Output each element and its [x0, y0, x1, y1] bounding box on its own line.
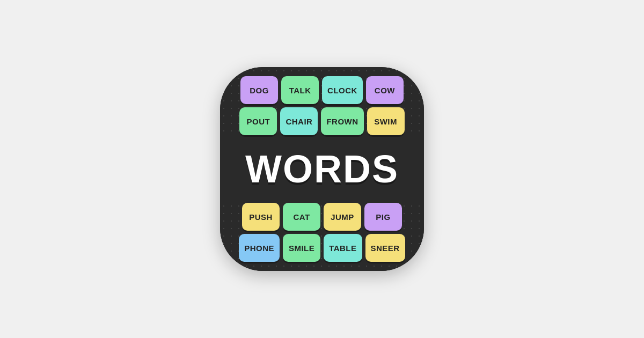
grid-row-1: DOG TALK CLOCK COW — [240, 76, 404, 104]
tile-chair[interactable]: CHAIR — [280, 107, 318, 135]
tile-dog[interactable]: DOG — [240, 76, 278, 104]
tile-pout[interactable]: POUT — [239, 107, 277, 135]
tile-sneer[interactable]: SNEER — [365, 234, 405, 262]
tile-pig[interactable]: PIG — [364, 203, 402, 231]
top-grid: DOG TALK CLOCK COW POUT CHAIR FROWN SWIM — [220, 71, 424, 135]
tile-cat[interactable]: CAT — [283, 203, 320, 231]
tile-jump[interactable]: JUMP — [324, 203, 361, 231]
grid-row-2: POUT CHAIR FROWN SWIM — [239, 107, 404, 135]
tile-cow[interactable]: COW — [366, 76, 404, 104]
tile-clock[interactable]: CLOCK — [322, 76, 363, 104]
tile-talk[interactable]: TALK — [281, 76, 319, 104]
tile-table[interactable]: TABLE — [324, 234, 362, 262]
center-band: WORDS — [220, 137, 424, 201]
tile-frown[interactable]: FROWN — [321, 107, 363, 135]
grid-row-4: PHONE SMILE TABLE SNEER — [239, 234, 405, 262]
tile-phone[interactable]: PHONE — [239, 234, 280, 262]
tile-push[interactable]: PUSH — [242, 203, 280, 231]
grid-row-3: PUSH CAT JUMP PIG — [242, 203, 402, 231]
tile-smile[interactable]: SMILE — [283, 234, 320, 262]
tile-swim[interactable]: SWIM — [367, 107, 405, 135]
app-icon: DOG TALK CLOCK COW POUT CHAIR FROWN SWIM… — [220, 67, 424, 271]
words-title: WORDS — [245, 147, 399, 191]
bottom-grid: PUSH CAT JUMP PIG PHONE SMILE TABLE SNEE… — [220, 203, 424, 267]
